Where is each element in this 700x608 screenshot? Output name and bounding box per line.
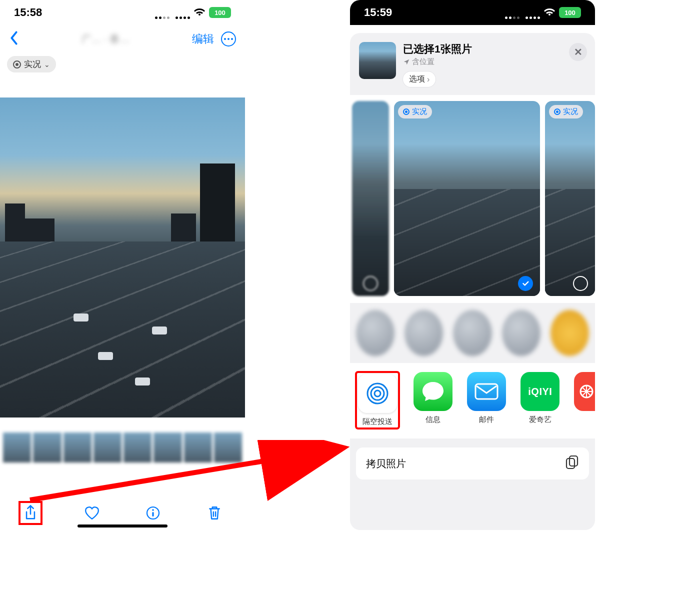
messages-icon xyxy=(414,372,452,411)
location-icon xyxy=(403,58,410,66)
close-button[interactable]: ✕ xyxy=(569,43,587,61)
more-button[interactable] xyxy=(221,32,236,46)
nav-title-blurred: 广… · 香… xyxy=(19,32,192,46)
app-label: 邮件 xyxy=(466,415,506,424)
photo-card-next[interactable]: 实况 xyxy=(545,101,595,296)
share-sheet: 已选择1张照片 含位置 选项 › ✕ 实况 xyxy=(350,33,595,530)
app-icon xyxy=(574,372,595,411)
nav-bar: 广… · 香… 编辑 xyxy=(0,25,245,53)
status-bar: 15:58 100 xyxy=(0,0,245,25)
sheet-title: 已选择1张照片 xyxy=(403,42,472,56)
contact-avatar[interactable] xyxy=(550,310,589,356)
svg-point-1 xyxy=(152,509,154,511)
live-photo-chip[interactable]: 实况 ⌄ xyxy=(7,56,56,72)
live-photo-label: 实况 xyxy=(24,58,41,70)
app-label: 信息 xyxy=(413,415,452,424)
contact-avatar[interactable] xyxy=(453,310,492,356)
battery-icon: 100 xyxy=(209,7,231,18)
status-indicators: 100 xyxy=(505,6,581,19)
options-button[interactable]: 选项 › xyxy=(403,72,436,87)
live-badge: 实况 xyxy=(549,105,583,118)
chevron-down-icon: ⌄ xyxy=(44,60,50,68)
copy-photo-label: 拷贝照片 xyxy=(366,457,406,470)
selection-ring[interactable] xyxy=(573,276,588,291)
cellular-icon xyxy=(505,6,540,19)
photo-selection-row: 实况 实况 xyxy=(350,95,595,303)
svg-point-4 xyxy=(374,390,380,396)
svg-point-5 xyxy=(371,387,384,400)
contact-avatar[interactable] xyxy=(404,310,443,356)
photo-main[interactable] xyxy=(0,98,245,418)
photo-card-selected[interactable]: 实况 xyxy=(394,101,540,296)
sheet-header: 已选择1张照片 含位置 选项 › ✕ xyxy=(350,39,595,95)
app-extra[interactable] xyxy=(574,372,589,428)
delete-button[interactable] xyxy=(206,504,224,522)
airdrop-icon xyxy=(358,374,397,413)
cellular-icon xyxy=(155,6,190,19)
contacts-row xyxy=(350,303,595,363)
live-badge: 实况 xyxy=(398,105,432,118)
info-button[interactable] xyxy=(144,504,162,522)
app-iqiyi[interactable]: iQIYI 爱奇艺 xyxy=(520,372,560,428)
selection-ring[interactable] xyxy=(363,276,378,291)
copy-photo-row[interactable]: 拷贝照片 xyxy=(356,448,589,480)
contact-avatar[interactable] xyxy=(502,310,540,356)
app-messages[interactable]: 信息 xyxy=(413,372,452,428)
app-mail[interactable]: 邮件 xyxy=(466,372,506,428)
battery-icon: 100 xyxy=(559,7,581,18)
back-button[interactable] xyxy=(9,31,19,47)
app-airdrop[interactable]: 隔空投送 xyxy=(356,372,399,428)
mail-icon xyxy=(467,372,506,411)
favorite-button[interactable] xyxy=(83,504,101,522)
svg-rect-7 xyxy=(476,384,498,399)
photo-card-prev[interactable] xyxy=(352,101,389,296)
chevron-right-icon: › xyxy=(427,75,430,84)
status-bar: 15:59 100 xyxy=(350,0,595,25)
phone-right: 15:59 100 已选择1张照片 含位置 选项 xyxy=(350,0,595,530)
home-indicator[interactable] xyxy=(78,524,168,528)
apps-row: 隔空投送 信息 邮件 iQIYI 爱奇艺 xyxy=(350,363,595,438)
edit-button[interactable]: 编辑 xyxy=(192,32,214,46)
selection-checkmark[interactable] xyxy=(518,276,533,291)
thumbnail-strip[interactable] xyxy=(0,432,245,462)
app-label: 隔空投送 xyxy=(358,417,397,426)
sheet-subtitle: 含位置 xyxy=(403,57,472,66)
contact-avatar[interactable] xyxy=(356,310,394,356)
app-label: 爱奇艺 xyxy=(520,415,560,424)
wifi-icon xyxy=(194,8,205,16)
iqiyi-icon: iQIYI xyxy=(520,372,560,411)
status-indicators: 100 xyxy=(155,6,231,19)
wifi-icon xyxy=(544,8,555,16)
svg-rect-2 xyxy=(152,512,154,516)
live-photo-icon xyxy=(403,108,410,115)
svg-rect-10 xyxy=(570,456,578,466)
status-time: 15:58 xyxy=(14,6,42,19)
copy-icon xyxy=(565,455,579,472)
sheet-thumbnail xyxy=(359,42,396,79)
phone-left: 15:58 100 广… · 香… 编辑 实况 ⌄ xyxy=(0,0,245,530)
live-photo-icon xyxy=(13,60,21,68)
share-button[interactable] xyxy=(22,504,40,522)
live-photo-icon xyxy=(554,108,560,115)
svg-rect-9 xyxy=(566,458,574,468)
status-time: 15:59 xyxy=(364,6,392,19)
toolbar xyxy=(0,504,245,522)
